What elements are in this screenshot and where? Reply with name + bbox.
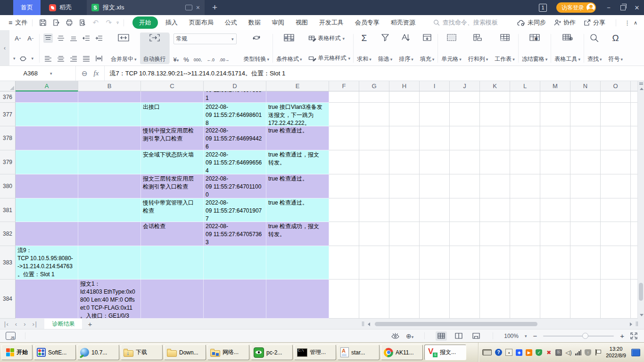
add-sheet-button[interactable]: + [82,320,98,328]
cell-C383[interactable] [141,246,204,280]
cell-C381[interactable]: 慢转中带宽管理入口 检查 [141,198,204,222]
cell-D380[interactable]: 2022-08- 09 11:55:27:64701100 0 [204,174,266,198]
align-left-button[interactable] [43,54,53,63]
percent-button[interactable]: % [183,56,189,63]
zoom-slider-thumb[interactable] [582,333,588,339]
cell-E376[interactable] [266,91,329,103]
thousands-separator-button[interactable]: 000, [194,58,202,62]
col-header-H[interactable]: H [389,81,420,91]
cell-D377[interactable]: 2022-08- 09 11:55:27:64698601 8 [204,103,266,126]
wrap-text-button[interactable]: 自动换行 [140,33,169,64]
cell-D383[interactable] [204,246,266,280]
cell-C376[interactable] [141,91,204,103]
tray-app2-icon[interactable]: ▶ [526,349,532,356]
show-desktop-icon[interactable] [631,349,640,356]
print-button[interactable] [64,17,74,28]
select-all-corner[interactable] [0,81,16,91]
empty-cells[interactable] [329,174,637,198]
tab-review[interactable]: 审阅 [266,18,290,27]
collapse-ribbon-icon[interactable]: ∧ [634,20,637,26]
tray-disconnected-icon[interactable]: ✖ [545,349,552,356]
cell-C379[interactable]: 安全域下状态防火墙 [141,150,204,174]
close-button[interactable]: ✕ [630,0,644,15]
cell-E380[interactable]: true 检查通过。 [266,174,329,198]
vertical-scroll-thumb[interactable] [639,283,643,301]
freeze-panes-button[interactable]: ✱ 冻结窗格▾ [519,33,551,64]
col-header-B[interactable]: B [78,81,141,91]
tab-page-layout[interactable]: 页面布局 [183,18,219,27]
sync-status[interactable]: 未同步 [515,18,548,27]
window-manager-badge[interactable]: 1 [539,4,547,12]
row-header-376[interactable]: 376 [0,91,16,103]
cell-A380[interactable] [16,174,78,198]
eye-icon[interactable] [391,333,400,339]
col-header-A[interactable]: A [16,81,78,91]
tab-home-ribbon[interactable]: 开始 [132,16,158,29]
more-menu-icon[interactable]: ⋮ [624,19,630,26]
start-button[interactable]: 开始 [1,345,33,360]
rows-cols-button[interactable]: 行和列▾ [465,33,492,64]
type-convert-button[interactable]: 类型转换▾ [240,33,273,64]
name-box[interactable]: A368 ▾ [0,66,76,81]
redo-button[interactable]: ↷ [103,17,114,28]
cell-D384[interactable] [204,280,266,319]
conditional-format-button[interactable]: 条件格式▾ [273,33,305,64]
js-macro-icon[interactable]: JS [6,332,16,340]
row-header-377[interactable]: 377 [0,103,16,126]
cell-B378[interactable] [78,126,141,150]
sheet-tab-active[interactable]: 诊断结果 [44,319,82,329]
empty-cells[interactable] [329,280,637,319]
empty-cells[interactable] [329,103,637,126]
find-button[interactable]: 查找▾ [584,33,605,64]
formula-content[interactable]: 流7：TCP 10.78.132.90:21-->11.214.0.214:51… [105,69,285,78]
tab-docer-resources[interactable]: 稻壳资源 [385,18,421,27]
undo-button[interactable]: ↶ [90,17,101,28]
cell-B377[interactable] [78,103,141,126]
fullscreen-icon[interactable] [630,332,637,339]
qat-more-icon[interactable]: ▿ [116,20,119,25]
row-header-382[interactable]: 382 [0,222,16,246]
align-right-button[interactable] [69,54,78,63]
page-break-view-icon[interactable] [453,331,464,341]
empty-cells[interactable] [329,126,637,150]
volume-icon[interactable]: ◁) [565,349,572,356]
tray-security-shield-icon[interactable]: ✓ [536,349,542,356]
tray-clock[interactable]: 13:20 2022/8/9 [604,346,628,359]
cell-C384[interactable] [141,280,204,319]
taskbar-button-vnc[interactable]: pc-2... [251,345,293,360]
worksheet-button[interactable]: 工作表▾ [491,33,518,64]
horizontal-scroll-thumb[interactable] [375,322,537,326]
cell-C377[interactable]: 出接口 [141,103,204,126]
distribute-button[interactable] [94,54,104,63]
col-header-N[interactable]: N [570,81,601,91]
page-layout-view-icon[interactable] [471,331,482,341]
col-header-D[interactable]: D [204,81,266,91]
command-search[interactable]: 查找命令、搜索模板 [433,18,498,27]
cell-C380[interactable]: 报文三层转发应用层 检测引擎入口检查 [141,174,204,198]
col-header-O[interactable]: O [601,81,631,91]
col-header-G[interactable]: G [359,81,389,91]
print-preview-button[interactable] [77,17,88,28]
normal-view-icon[interactable] [436,331,447,341]
insert-function-icon[interactable]: fx [94,69,99,77]
eraser-icon[interactable] [19,54,28,63]
empty-cells[interactable] [329,222,637,246]
share-button[interactable]: 分享 [581,18,608,27]
decrease-indent-button[interactable] [82,33,91,43]
col-header-F[interactable]: F [329,81,359,91]
tray-app1-icon[interactable]: ◈ [516,349,522,356]
row-header-380[interactable]: 380 [0,174,16,198]
tab-formulas[interactable]: 公式 [219,18,243,27]
cells-button[interactable]: 单元格▾ [438,33,465,64]
taskbar-button-downloads-cn[interactable]: ↓ 下载 [121,345,163,360]
keyboard-layout-icon[interactable] [482,349,492,355]
tab-docer[interactable]: 稻壳 [41,0,80,15]
formula-zoom-icon[interactable]: ⊖ [82,69,88,78]
cell-E379[interactable]: true 检查通过，报文 转发。 [266,150,329,174]
align-center-button[interactable] [56,54,66,63]
tab-developer[interactable]: 开发工具 [314,18,349,27]
tray-expand-icon[interactable]: ▴ [505,349,512,356]
taskbar-button-softe[interactable]: SoftE... [34,345,76,360]
fill-button[interactable]: 填充▾ [417,33,438,64]
cell-B382[interactable] [78,222,141,246]
